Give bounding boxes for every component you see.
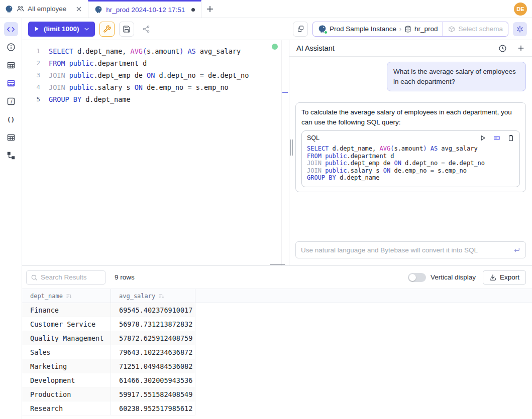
- chevron-down-icon: [83, 26, 90, 32]
- tab-hr-prod[interactable]: hr_prod 2024-10-12 17:51: [88, 0, 201, 18]
- history-clock-icon: [498, 44, 507, 53]
- run-limit-label: (limit 1000): [44, 25, 79, 33]
- vertical-display-label: Vertical display: [431, 273, 476, 281]
- sidebar-item-functions[interactable]: f: [4, 94, 18, 108]
- plus-icon: [517, 44, 525, 52]
- editor-scrollbar[interactable]: [281, 40, 289, 265]
- share-sheet-button[interactable]: [139, 22, 154, 37]
- sidebar-item-procedures[interactable]: (): [4, 112, 18, 126]
- table-cell: 56978.731213872832: [111, 317, 195, 331]
- scrollbar-cursor-marker: [282, 92, 288, 93]
- instance-database-selector[interactable]: Prod Sample Instance › hr_prod: [313, 25, 443, 33]
- ai-prompt-input[interactable]: [301, 246, 508, 254]
- table-row[interactable]: Research60238.952517985612: [22, 401, 532, 415]
- ai-assistant-title: AI Assistant: [296, 44, 335, 52]
- user-avatar[interactable]: DE: [514, 3, 527, 16]
- play-outline-icon: [479, 134, 486, 142]
- new-chat-button[interactable]: [517, 44, 525, 52]
- tab-label: hr_prod 2024-10-12 17:51: [106, 6, 185, 14]
- sidebar-item-schema-diagram[interactable]: [4, 149, 18, 163]
- sidebar-item-views[interactable]: [4, 130, 18, 145]
- table-icon: [7, 133, 16, 142]
- results-panel: 9 rows Vertical display Export dept_name…: [22, 266, 532, 419]
- sidebar-item-tables[interactable]: [4, 58, 18, 72]
- table-cell: Research: [22, 401, 111, 415]
- sort-icon: [158, 293, 164, 299]
- table-icon: [7, 61, 16, 70]
- sql-editor[interactable]: 1SELECT d.dept_name, AVG(s.amount) AS av…: [22, 40, 289, 265]
- openai-assistant-button[interactable]: [513, 22, 527, 36]
- line-number: 3: [22, 69, 40, 81]
- sidebar-item-data[interactable]: [4, 76, 18, 90]
- vertical-display-toggle[interactable]: [408, 273, 426, 282]
- table-cell: 57872.625912408759: [111, 331, 195, 345]
- enter-return-icon: [512, 246, 520, 254]
- table-cell: Marketing: [22, 359, 111, 373]
- sidebar-item-info[interactable]: [4, 40, 18, 54]
- database-name: hr_prod: [414, 25, 438, 33]
- column-header-dept-name[interactable]: dept_name: [22, 289, 111, 303]
- export-label: Export: [500, 273, 519, 281]
- format-sql-button[interactable]: [99, 22, 115, 37]
- save-sheet-button[interactable]: [119, 22, 134, 37]
- table-row[interactable]: Customer Service56978.731213872832: [22, 317, 532, 331]
- table-cell: Finance: [22, 303, 111, 317]
- run-query-button[interactable]: (limit 1000): [28, 22, 95, 37]
- postgres-icon: [5, 5, 13, 13]
- database-icon: [404, 26, 411, 33]
- play-icon: [33, 26, 40, 32]
- insert-sql-button[interactable]: [493, 134, 501, 142]
- ai-chat-area: What is the average salary of employees …: [289, 57, 532, 241]
- chat-history-button[interactable]: [498, 44, 507, 53]
- table-cell: 59917.551582408549: [111, 387, 195, 401]
- batch-query-icon: [297, 25, 304, 33]
- table-cell: 71251.049484536082: [111, 359, 195, 373]
- connection-status-dot: [324, 31, 328, 34]
- table-row[interactable]: Development61466.302005943536: [22, 373, 532, 387]
- vertical-resize-handle[interactable]: [290, 139, 293, 156]
- table-row[interactable]: Production59917.551582408549: [22, 387, 532, 401]
- breadcrumb-separator: ›: [399, 26, 401, 33]
- editor-toolbar: (limit 1000) Prod Sample Instance ›: [22, 18, 532, 40]
- run-generated-sql-button[interactable]: [479, 134, 486, 142]
- table-row[interactable]: Sales79643.102234636872: [22, 345, 532, 359]
- sql-card-label: SQL: [307, 133, 320, 143]
- share-icon: [142, 25, 150, 33]
- close-icon[interactable]: [76, 6, 82, 12]
- postgres-icon: [318, 25, 327, 33]
- results-header: 9 rows Vertical display Export: [22, 266, 532, 289]
- assistant-intro-text: To calculate the average salary of emplo…: [301, 108, 512, 126]
- download-icon: [489, 274, 496, 281]
- line-number: 5: [22, 93, 40, 105]
- table-cell: Sales: [22, 345, 111, 359]
- table-row[interactable]: Finance69545.402376910017: [22, 303, 532, 317]
- table-data-icon: [7, 79, 16, 88]
- schema-placeholder: Select schema: [458, 25, 503, 33]
- tab-label: All employee: [28, 5, 66, 13]
- openai-icon: [516, 25, 524, 33]
- table-row[interactable]: Marketing71251.049484536082: [22, 359, 532, 373]
- table-row[interactable]: Quality Management57872.625912408759: [22, 331, 532, 345]
- sql-editor-app: All employee hr_prod 2024-10-12 17:51 DE: [0, 0, 532, 419]
- schema-selector[interactable]: Select schema: [443, 22, 508, 36]
- export-button[interactable]: Export: [483, 270, 526, 285]
- new-tab-button[interactable]: [201, 0, 219, 18]
- column-label: dept_name: [30, 293, 63, 300]
- table-cell: Quality Management: [22, 331, 111, 345]
- table-cell: Customer Service: [22, 317, 111, 331]
- sidebar-item-worksheet[interactable]: [4, 22, 18, 36]
- insert-lines-icon: [493, 134, 501, 142]
- batch-query-button[interactable]: [293, 22, 308, 37]
- line-number: 2: [22, 57, 40, 69]
- column-header-avg-salary[interactable]: avg_salary: [111, 289, 195, 303]
- search-results-input[interactable]: [41, 273, 101, 281]
- table-cell: Production: [22, 387, 111, 401]
- user-message-bubble: What is the average salary of employees …: [387, 62, 526, 91]
- line-number: 1: [22, 45, 40, 57]
- function-icon: f: [7, 97, 16, 106]
- unsaved-dot-icon: [191, 8, 195, 12]
- copy-sql-button[interactable]: [507, 134, 514, 142]
- search-results-box: [26, 270, 105, 285]
- tab-all-employee[interactable]: All employee: [0, 0, 88, 18]
- sql-editor-code[interactable]: 1SELECT d.dept_name, AVG(s.amount) AS av…: [22, 45, 289, 105]
